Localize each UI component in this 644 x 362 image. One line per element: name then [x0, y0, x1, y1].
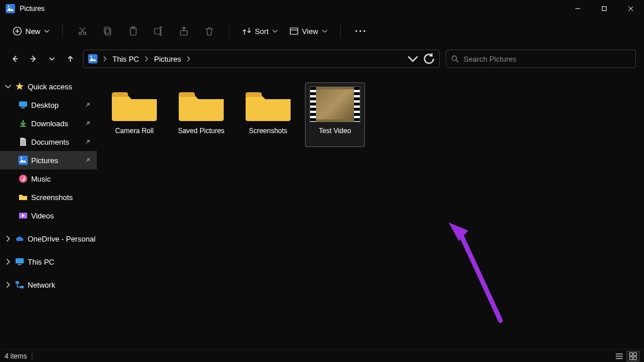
view-button[interactable]: View	[285, 27, 332, 36]
svg-rect-0	[6, 4, 15, 13]
sidebar-item-screenshots[interactable]: Screenshots	[0, 188, 97, 206]
item-view[interactable]: Camera Roll Saved Pictures Screenshots T…	[97, 73, 644, 349]
ellipsis-icon	[355, 30, 366, 32]
svg-rect-54	[20, 286, 24, 288]
delete-button[interactable]	[198, 21, 221, 41]
copy-icon	[103, 26, 113, 36]
copy-button[interactable]	[96, 21, 119, 41]
sidebar-item-label: Music	[31, 175, 51, 183]
back-button[interactable]	[8, 52, 22, 66]
address-bar[interactable]: This PC Pictures	[83, 50, 440, 68]
maximize-button[interactable]	[591, 0, 617, 17]
close-button[interactable]	[617, 0, 644, 17]
item-name: Camera Roll	[115, 127, 154, 135]
sidebar-item-label: Quick access	[28, 82, 72, 91]
forward-button[interactable]	[27, 52, 40, 66]
refresh-button[interactable]	[422, 52, 436, 66]
sidebar-item-onedrive[interactable]: OneDrive - Personal	[0, 229, 97, 248]
chevron-right-icon[interactable]	[186, 56, 191, 62]
history-dropdown-button[interactable]	[406, 52, 420, 66]
search-icon	[451, 55, 459, 63]
sidebar-item-label: Screenshots	[31, 193, 73, 202]
minimize-button[interactable]	[564, 0, 591, 17]
sidebar-item-quick-access[interactable]: Quick access	[0, 77, 97, 96]
svg-marker-37	[16, 82, 24, 90]
rename-button[interactable]	[147, 21, 170, 41]
item-name: Screenshots	[249, 127, 288, 135]
chevron-right-icon[interactable]	[5, 281, 12, 288]
details-view-button[interactable]	[613, 351, 626, 361]
up-button[interactable]	[63, 52, 77, 66]
svg-point-28	[363, 31, 365, 32]
trash-icon	[204, 26, 214, 36]
sidebar-item-label: Documents	[31, 138, 69, 146]
annotation-arrow-icon	[449, 223, 512, 332]
breadcrumb-this-pc[interactable]: This PC	[110, 54, 141, 65]
new-label: New	[25, 27, 40, 36]
svg-point-27	[359, 31, 361, 32]
sidebar-item-documents[interactable]: Documents	[0, 133, 97, 151]
item-count: 4 items	[5, 352, 27, 360]
sidebar-item-label: This PC	[28, 258, 54, 266]
search-input[interactable]	[464, 55, 631, 63]
folder-screenshots[interactable]: Screenshots	[239, 83, 297, 146]
titlebar: Pictures	[0, 0, 644, 17]
pictures-icon	[18, 156, 28, 165]
chevron-right-icon[interactable]	[102, 56, 108, 62]
svg-point-47	[19, 175, 27, 183]
svg-rect-63	[634, 357, 637, 360]
sidebar-item-pictures[interactable]: Pictures	[0, 151, 97, 169]
svg-rect-51	[16, 258, 24, 263]
folder-saved-pictures[interactable]: Saved Pictures	[172, 83, 231, 146]
new-button[interactable]: New	[8, 24, 54, 38]
large-icons-view-button[interactable]	[627, 351, 639, 361]
chevron-down-icon[interactable]	[5, 83, 12, 90]
chevron-right-icon[interactable]	[5, 258, 12, 265]
svg-point-2	[8, 6, 10, 7]
recent-locations-button[interactable]	[45, 52, 59, 66]
sidebar-item-music[interactable]: Music	[0, 169, 97, 188]
pin-icon	[83, 137, 93, 147]
sidebar-item-label: OneDrive - Personal	[28, 235, 96, 243]
sidebar-item-label: Pictures	[31, 156, 58, 165]
clipboard-icon	[128, 26, 138, 36]
item-name: Saved Pictures	[178, 127, 225, 135]
more-button[interactable]	[349, 21, 372, 41]
svg-rect-39	[21, 107, 25, 108]
item-name: Test Video	[319, 127, 351, 135]
cut-button[interactable]	[71, 21, 94, 41]
sidebar-item-downloads[interactable]: Downloads	[0, 114, 97, 133]
sort-icon	[242, 27, 251, 36]
svg-point-48	[22, 179, 25, 182]
svg-rect-53	[16, 281, 19, 284]
chevron-right-icon[interactable]	[5, 235, 12, 242]
separator	[229, 24, 229, 38]
svg-rect-15	[104, 27, 110, 33]
folder-camera-roll[interactable]: Camera Roll	[105, 83, 164, 146]
folder-icon	[243, 86, 293, 122]
navigation-pane: Quick access Desktop Downloads Documents…	[0, 73, 97, 349]
svg-rect-62	[630, 357, 632, 360]
sidebar-item-desktop[interactable]: Desktop	[0, 96, 97, 114]
paste-button[interactable]	[122, 21, 145, 41]
sidebar-item-this-pc[interactable]: This PC	[0, 252, 97, 271]
separator	[32, 352, 32, 360]
breadcrumb-pictures[interactable]: Pictures	[152, 54, 183, 65]
svg-rect-38	[19, 101, 27, 107]
app-icon	[6, 4, 15, 13]
chevron-down-icon	[322, 28, 327, 34]
sort-button[interactable]: Sort	[238, 27, 283, 36]
star-icon	[15, 82, 24, 91]
folder-icon	[109, 86, 160, 122]
sidebar-item-network[interactable]: Network	[0, 276, 97, 294]
desktop-icon	[18, 100, 28, 110]
svg-line-56	[460, 233, 500, 320]
sidebar-item-videos[interactable]: Videos	[0, 206, 97, 225]
sort-label: Sort	[255, 27, 269, 36]
search-box[interactable]	[446, 50, 636, 68]
svg-point-34	[91, 56, 92, 58]
chevron-right-icon[interactable]	[144, 56, 149, 62]
address-row: This PC Pictures	[0, 45, 644, 73]
file-test-video[interactable]: Test Video	[306, 83, 364, 146]
share-button[interactable]	[172, 21, 195, 41]
